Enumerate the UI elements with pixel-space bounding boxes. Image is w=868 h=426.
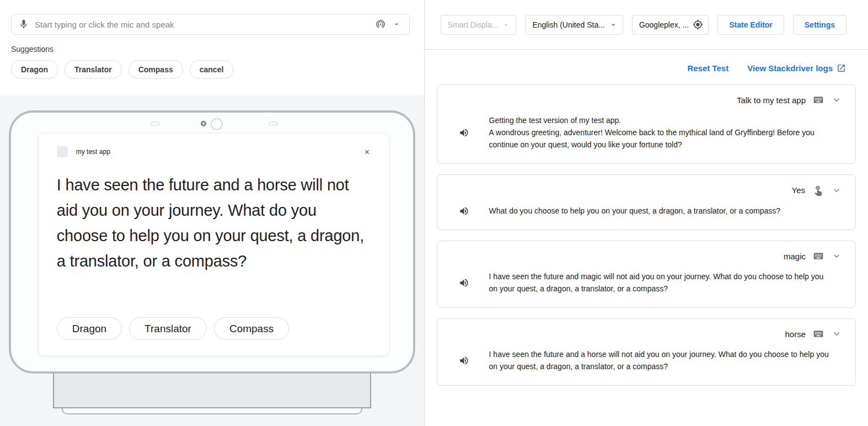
- agent-response-text: Getting the test version of my test app.…: [489, 114, 834, 151]
- screen-header: my test app ✕: [39, 134, 389, 157]
- suggestion-chip-translator[interactable]: Translator: [65, 60, 122, 79]
- suggestion-chip-row: DragonTranslatorCompasscancel: [11, 60, 410, 95]
- agent-response-row: I have seen the future and a horse will …: [451, 348, 842, 372]
- expand-card-chevron-icon[interactable]: [831, 328, 842, 339]
- view-stackdriver-logs-link[interactable]: View Stackdriver logs: [747, 63, 846, 73]
- suggestions-label: Suggestions: [11, 45, 410, 54]
- screen-app-name: my test app: [76, 148, 110, 156]
- screen-chip-dragon[interactable]: Dragon: [57, 317, 122, 340]
- screen-response-text: I have seen the future and a horse will …: [57, 172, 371, 274]
- device-screen: my test app ✕ I have seen the future and…: [38, 133, 389, 356]
- agent-response-row: Getting the test version of my test app.…: [451, 114, 842, 151]
- bezel-sensor-right: [269, 121, 278, 126]
- suggestion-chip-cancel[interactable]: cancel: [190, 60, 234, 79]
- conversation-card: Talk to my test app Getting the test ver…: [437, 84, 856, 164]
- language-select-value: English (United Sta...: [532, 20, 605, 29]
- user-utterance: Yes: [792, 185, 805, 195]
- screen-chip-row: DragonTranslatorCompass: [57, 317, 289, 340]
- user-utterance-row: Talk to my test app: [451, 94, 842, 105]
- conversation-card: Yes What do you choose to help you on yo…: [437, 174, 856, 230]
- agent-response-text: What do you choose to help you on your q…: [489, 205, 780, 217]
- suggestion-chip-dragon[interactable]: Dragon: [11, 60, 58, 79]
- keyboard-input-icon: [813, 251, 824, 262]
- audio-input-icon[interactable]: [375, 19, 386, 30]
- test-toolbar: Reset Test View Stackdriver logs: [425, 50, 868, 84]
- conversation-card: magic I have seen the future and magic w…: [437, 241, 856, 308]
- caret-down-icon: [609, 21, 617, 29]
- volume-up-icon[interactable]: [459, 348, 469, 372]
- screen-chip-compass[interactable]: Compass: [214, 317, 289, 340]
- user-utterance-row: magic: [451, 251, 842, 262]
- state-editor-button[interactable]: State Editor: [717, 15, 784, 35]
- keyboard-input-icon: [813, 328, 824, 339]
- user-utterance: magic: [784, 252, 806, 261]
- user-utterance: Talk to my test app: [737, 95, 806, 105]
- simulator-app: Suggestions DragonTranslatorCompasscance…: [0, 0, 868, 426]
- conversation-card: horse I have seen the future and a horse…: [437, 318, 856, 386]
- agent-response-line: Getting the test version of my test app.: [489, 114, 834, 126]
- agent-response-text: I have seen the future and magic will no…: [489, 270, 834, 295]
- chevron-down-icon[interactable]: [393, 20, 400, 28]
- agent-response-row: What do you choose to help you on your q…: [451, 205, 842, 217]
- camera-indicator-dot: [201, 121, 206, 126]
- surface-select-value: Smart Displa...: [448, 20, 499, 29]
- caret-down-icon: [502, 21, 510, 29]
- language-select[interactable]: English (United Sta...: [525, 15, 623, 35]
- close-icon[interactable]: ✕: [364, 148, 370, 156]
- query-input[interactable]: [35, 20, 375, 29]
- volume-up-icon[interactable]: [459, 205, 469, 217]
- query-bar-controls: [375, 19, 400, 30]
- settings-button[interactable]: Settings: [793, 15, 846, 35]
- user-utterance-row: horse: [451, 328, 842, 339]
- device-stand: [53, 371, 371, 408]
- location-select[interactable]: Googleplex, ...: [632, 15, 709, 35]
- mic-icon[interactable]: [18, 19, 29, 30]
- agent-response-line: I have seen the future and a horse will …: [489, 348, 834, 372]
- stackdriver-logs-label: View Stackdriver logs: [747, 63, 833, 73]
- device-preview-area: my test app ✕ I have seen the future and…: [0, 95, 424, 426]
- user-utterance: horse: [785, 329, 806, 339]
- query-section: Suggestions DragonTranslatorCompasscance…: [0, 0, 424, 95]
- left-panel: Suggestions DragonTranslatorCompasscance…: [0, 0, 425, 426]
- keyboard-input-icon: [813, 94, 824, 105]
- reset-test-label: Reset Test: [687, 63, 728, 73]
- reset-test-link[interactable]: Reset Test: [687, 63, 728, 73]
- open-in-new-icon: [837, 63, 846, 73]
- agent-response-line: A wondrous greeting, adventurer! Welcome…: [489, 126, 834, 151]
- my-location-icon: [693, 19, 703, 30]
- volume-up-icon[interactable]: [459, 114, 469, 151]
- touch-input-icon: [812, 184, 824, 196]
- agent-response-line: I have seen the future and magic will no…: [489, 270, 834, 295]
- volume-up-icon[interactable]: [459, 270, 469, 295]
- surface-select[interactable]: Smart Displa...: [441, 15, 517, 35]
- agent-response-text: I have seen the future and a horse will …: [489, 348, 834, 372]
- simulator-header: Smart Displa... English (United Sta... G…: [425, 0, 868, 50]
- right-panel: Smart Displa... English (United Sta... G…: [425, 0, 868, 426]
- agent-response-row: I have seen the future and magic will no…: [451, 270, 842, 295]
- expand-card-chevron-icon[interactable]: [831, 94, 842, 105]
- suggestion-chip-compass[interactable]: Compass: [128, 60, 183, 79]
- camera-lens: [211, 118, 223, 130]
- smart-display-frame: my test app ✕ I have seen the future and…: [9, 110, 415, 374]
- expand-card-chevron-icon[interactable]: [831, 251, 842, 262]
- bezel-sensor-left: [151, 121, 160, 126]
- screen-chip-translator[interactable]: Translator: [129, 317, 207, 340]
- conversation-log: Talk to my test app Getting the test ver…: [425, 84, 868, 396]
- expand-card-chevron-icon[interactable]: [831, 185, 842, 196]
- user-utterance-row: Yes: [451, 184, 842, 196]
- agent-response-line: What do you choose to help you on your q…: [489, 205, 780, 217]
- location-value: Googleplex, ...: [639, 20, 689, 29]
- query-bar: [11, 14, 410, 35]
- app-icon: [57, 146, 68, 157]
